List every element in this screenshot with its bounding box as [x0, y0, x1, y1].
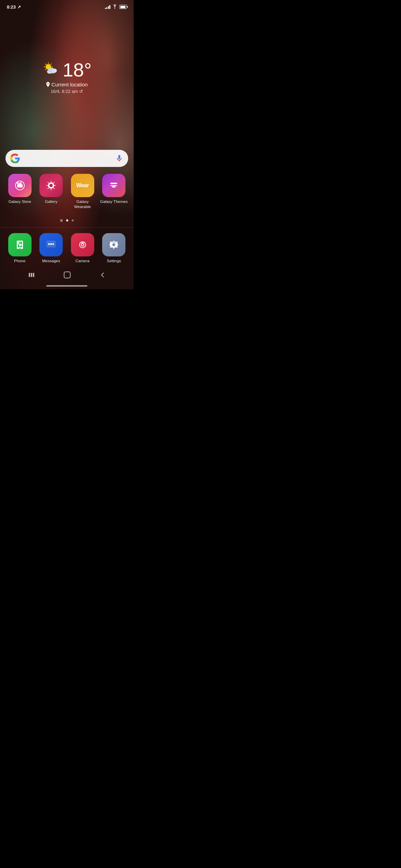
svg-rect-17 [110, 183, 117, 184]
page-dot-1[interactable] [66, 219, 68, 221]
messages-icon [39, 233, 63, 256]
home-button[interactable] [59, 270, 75, 282]
svg-point-22 [52, 243, 54, 245]
galaxy-wearable-icon: Wear [71, 174, 94, 197]
weather-widget[interactable]: 18° Current location 16/4, 8:22 am ↺ [0, 11, 134, 150]
camera-icon [71, 233, 94, 256]
battery-icon [119, 5, 127, 9]
svg-line-6 [45, 64, 46, 65]
google-search-bar[interactable] [5, 150, 128, 167]
dock-settings[interactable]: Settings [100, 233, 129, 264]
galaxy-themes-label: Galaxy Themes [100, 199, 127, 204]
voice-search-icon[interactable] [115, 154, 123, 162]
svg-point-24 [82, 244, 83, 246]
gallery-icon [39, 174, 63, 197]
settings-icon [102, 233, 125, 256]
weather-icon [42, 61, 59, 78]
gallery-label: Gallery [45, 199, 57, 204]
svg-rect-28 [31, 273, 32, 277]
refresh-icon[interactable]: ↺ [79, 89, 83, 94]
app-galaxy-store[interactable]: Galaxy Store [5, 174, 34, 209]
time-display: 8:23 [7, 4, 16, 10]
camera-label: Camera [75, 258, 89, 264]
galaxy-store-label: Galaxy Store [9, 199, 31, 204]
settings-label: Settings [107, 258, 121, 264]
page-indicator: ≡ [0, 215, 134, 227]
app-galaxy-wearable[interactable]: Wear Galaxy Wearable [68, 174, 97, 209]
app-galaxy-themes[interactable]: Galaxy Themes [100, 174, 129, 209]
svg-rect-27 [29, 273, 30, 277]
galaxy-wearable-label: Galaxy Wearable [68, 199, 97, 209]
wifi-icon [112, 4, 118, 10]
weather-location: Current location [46, 82, 88, 87]
svg-rect-25 [81, 242, 84, 243]
recent-apps-button[interactable] [24, 270, 39, 281]
status-left: 8:23 ↗ [7, 4, 21, 10]
home-indicator [46, 285, 87, 287]
svg-rect-14 [17, 184, 23, 188]
messages-label: Messages [42, 258, 60, 264]
svg-point-16 [49, 184, 53, 187]
galaxy-store-icon [8, 174, 32, 197]
status-right [105, 4, 127, 10]
dock-messages[interactable]: Messages [37, 233, 66, 264]
phone-label: Phone [14, 258, 25, 264]
app-grid: Galaxy Store Gallery Wear Galaxy Wearabl… [0, 174, 134, 215]
svg-point-20 [48, 243, 50, 245]
svg-point-13 [52, 69, 57, 73]
status-bar: 8:23 ↗ [0, 0, 134, 11]
phone-icon [8, 233, 32, 256]
location-icon: ↗ [17, 4, 21, 10]
dock-phone[interactable]: Phone [5, 233, 34, 264]
svg-rect-29 [33, 273, 34, 277]
dock-camera[interactable]: Camera [68, 233, 97, 264]
app-dock: Phone Messages [0, 227, 134, 267]
svg-point-21 [50, 243, 52, 245]
back-button[interactable] [95, 270, 110, 281]
svg-point-0 [114, 8, 115, 9]
svg-rect-30 [64, 272, 70, 278]
nav-bar [0, 267, 134, 284]
temperature-display: 18° [63, 60, 92, 80]
page-dot-2[interactable] [72, 219, 74, 221]
galaxy-themes-icon [102, 174, 125, 197]
weather-main: 18° [42, 60, 92, 80]
signal-icon [105, 5, 111, 9]
google-logo [10, 154, 20, 163]
svg-line-8 [45, 69, 46, 70]
svg-line-9 [51, 64, 51, 65]
weather-time: 16/4, 8:22 am ↺ [51, 89, 83, 94]
page-home-icon: ≡ [60, 218, 63, 223]
app-gallery[interactable]: Gallery [37, 174, 66, 209]
